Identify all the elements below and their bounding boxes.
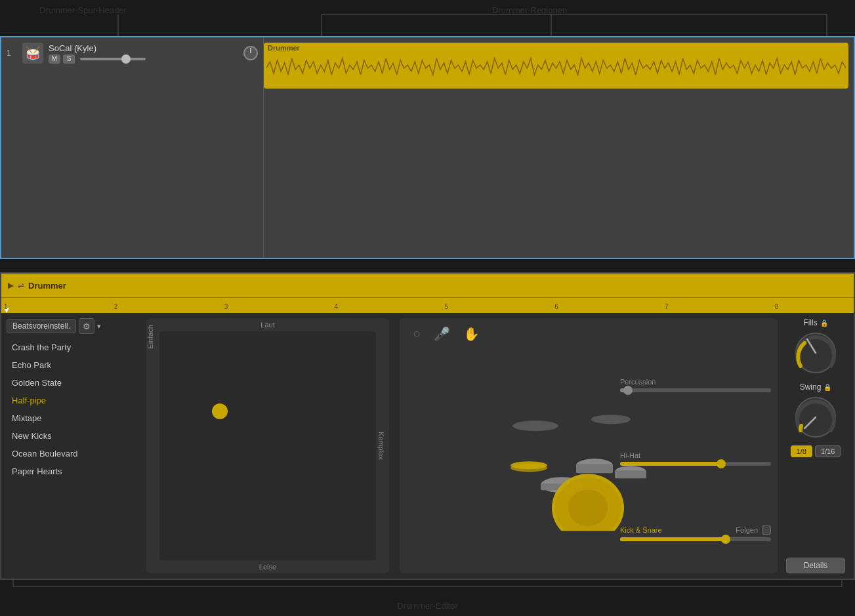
kick-slider-track[interactable] (620, 537, 771, 541)
kit-sliders-panel: Percussion Hi-Hat (620, 351, 771, 568)
track-header: 1 🥁 SoCal (Kyle) M S (1, 37, 264, 258)
xy-pad[interactable] (159, 331, 376, 560)
waveform-area (264, 53, 848, 83)
track-controls: M S (49, 54, 233, 64)
drummer-editor-label: Drummer-Editor (397, 601, 457, 611)
ruler-mark-3: 3 (224, 303, 228, 310)
folgen-checkbox[interactable] (762, 525, 771, 535)
editor-body: Beatsvoreinstell. ⚙ ▾ Crash the Party Ec… (1, 313, 854, 579)
xy-right-label-area: Komplex (375, 318, 388, 573)
hihat-slider-row: Hi-Hat (620, 451, 771, 466)
volume-slider[interactable] (80, 58, 146, 60)
track-name-area: SoCal (Kyle) M S (49, 43, 233, 64)
hand-icon[interactable]: ✋ (463, 326, 480, 342)
fills-lock-icon: 🔒 (820, 319, 828, 327)
editor-title: Drummer (28, 281, 66, 291)
bottom-annotation: Drummer-Editor (0, 580, 855, 616)
percussion-thumb (623, 386, 633, 395)
top-annotations: Drummer-Spur-Header Drummer-Regionen (0, 0, 855, 36)
xy-label-bottom: Leise (259, 563, 276, 571)
svg-point-17 (568, 489, 608, 526)
preset-ocean-boulevard[interactable]: Ocean Boulevard (7, 445, 141, 462)
drum-kit-visual: Percussion Hi-Hat (400, 346, 778, 573)
gear-button[interactable]: ⚙ (79, 318, 94, 334)
note-buttons: 1/8 1/16 (791, 445, 841, 457)
drum-icon: 🥁 (22, 43, 43, 64)
swing-knob-container[interactable] (793, 394, 839, 440)
svg-point-8 (511, 464, 547, 472)
preset-crash-the-party[interactable]: Crash the Party (7, 339, 141, 356)
ruler-mark-4: 4 (334, 303, 338, 310)
solo-button[interactable]: S (63, 54, 75, 64)
preset-golden-state[interactable]: Golden State (7, 375, 141, 391)
drum-kit-area: ○ 🎤 ✋ (400, 318, 778, 573)
swing-label-row: Swing 🔒 (783, 382, 848, 392)
hihat-icon[interactable]: ○ (413, 326, 421, 342)
ruler-mark-6: 6 (554, 303, 558, 310)
loop-icon: ⇌ (18, 281, 24, 290)
swing-lock-icon: 🔒 (824, 384, 831, 391)
track-info: 1 🥁 SoCal (Kyle) M S (7, 43, 258, 64)
bottom-annotation-svg (0, 577, 855, 596)
track-content: Drummer (264, 37, 854, 258)
kick-thumb (721, 535, 730, 544)
ruler-mark-2: 2 (114, 303, 118, 310)
fills-label: Fills (803, 318, 817, 327)
kick-slider-row: Kick & Snare Folgen (620, 525, 771, 541)
drummer-region[interactable]: Drummer (264, 43, 848, 89)
details-button[interactable]: Details (786, 558, 845, 573)
pan-knob[interactable] (243, 46, 258, 60)
presets-label: Beatsvoreinstell. (7, 319, 76, 333)
folgen-label: Folgen (736, 526, 758, 534)
chevron-button[interactable]: ▾ (97, 322, 101, 331)
xy-label-einfach: Einfach (146, 325, 159, 349)
presets-panel: Beatsvoreinstell. ⚙ ▾ Crash the Party Ec… (7, 318, 141, 573)
hihat-slider-track[interactable] (620, 462, 771, 466)
ruler-mark-1: 1 (4, 303, 8, 310)
hihat-label: Hi-Hat (620, 451, 771, 459)
preset-mixtape[interactable]: Mixtape (7, 410, 141, 426)
preset-paper-hearts[interactable]: Paper Hearts (7, 463, 141, 480)
hihat-thumb (717, 459, 726, 468)
drummer-editor: ▶ ⇌ Drummer 1 2 3 4 5 6 7 8 Beatsvoreins… (0, 272, 855, 580)
waveform-svg (266, 55, 846, 81)
ruler-mark-7: 7 (665, 303, 669, 310)
drummer-regionen-label: Drummer-Regionen (492, 5, 567, 15)
note-btn-1-16[interactable]: 1/16 (815, 445, 841, 457)
ruler-mark-8: 8 (775, 303, 779, 310)
xy-label-komplex: Komplex (377, 432, 385, 460)
svg-point-5 (512, 421, 558, 431)
fills-knob-svg (793, 330, 839, 376)
note-btn-1-8[interactable]: 1/8 (791, 445, 812, 457)
kick-label-row: Kick & Snare Folgen (620, 525, 771, 535)
fills-group: Fills 🔒 (783, 318, 848, 376)
percussion-slider-row: Percussion (620, 378, 771, 392)
pan-indicator (250, 48, 251, 53)
hihat-fill (620, 462, 721, 466)
track-number: 1 (7, 49, 17, 58)
svg-rect-12 (576, 464, 613, 473)
track-name: SoCal (Kyle) (49, 43, 233, 53)
mute-button[interactable]: M (49, 54, 60, 64)
kick-label: Kick & Snare (620, 526, 662, 534)
xy-dot (212, 403, 228, 419)
preset-half-pipe[interactable]: Half-pipe (7, 392, 141, 409)
xy-labels-vertical: Einfach (146, 318, 159, 573)
preset-echo-park[interactable]: Echo Park (7, 357, 141, 373)
swing-label: Swing (800, 382, 822, 392)
swing-group: Swing 🔒 1/8 1/16 (783, 382, 848, 457)
presets-header: Beatsvoreinstell. ⚙ ▾ (7, 318, 141, 334)
ruler: 1 2 3 4 5 6 7 8 (1, 297, 854, 313)
percussion-slider-track[interactable] (620, 388, 771, 392)
preset-new-kicks[interactable]: New Kicks (7, 428, 141, 444)
xy-label-top: Laut (261, 321, 274, 329)
right-controls: Fills 🔒 (783, 318, 848, 573)
xy-pad-container[interactable]: Laut Leise Einfach Komplex (146, 318, 389, 573)
drum-icons-row: ○ 🎤 ✋ (400, 318, 778, 346)
stick-icon[interactable]: 🎤 (434, 326, 450, 342)
track-area: 1 🥁 SoCal (Kyle) M S Drummer (0, 36, 855, 259)
ruler-mark-5: 5 (444, 303, 448, 310)
swing-knob-svg (793, 394, 839, 440)
fills-knob-container[interactable] (793, 330, 839, 376)
region-label: Drummer (264, 43, 848, 53)
